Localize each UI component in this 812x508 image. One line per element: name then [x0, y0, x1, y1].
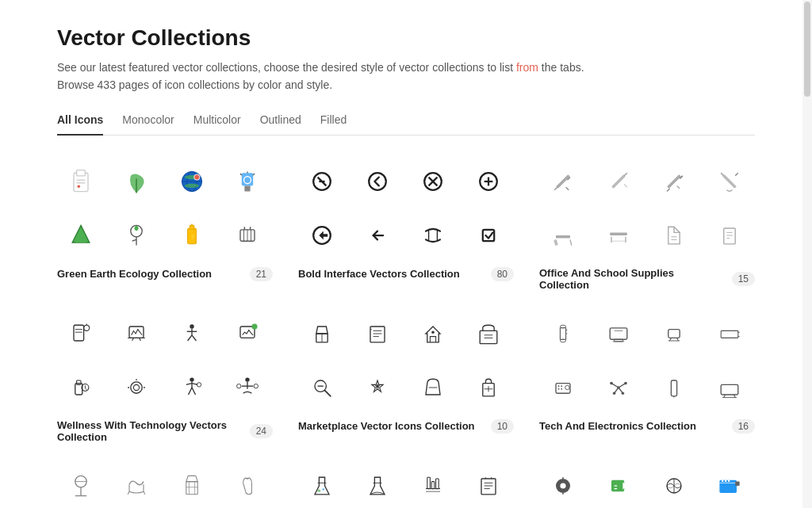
svg-point-153: [610, 382, 613, 385]
svg-rect-199: [436, 479, 439, 489]
svg-rect-145: [556, 383, 570, 393]
svg-rect-59: [722, 174, 737, 189]
icon-cell: [409, 158, 457, 205]
svg-rect-172: [186, 481, 197, 494]
collection-card-office[interactable]: Office And School Supplies Collection 15: [539, 158, 755, 291]
svg-rect-71: [724, 228, 735, 244]
svg-rect-92: [77, 380, 81, 384]
icon-grid-office: [539, 158, 755, 259]
svg-point-101: [190, 377, 193, 381]
icon-cell: ⚡: [168, 212, 216, 259]
icon-cell: [113, 364, 160, 411]
collection-card-summer[interactable]: Summer Vacation Collection: [57, 462, 273, 508]
collection-count: 10: [491, 419, 514, 434]
svg-point-130: [560, 339, 565, 342]
icon-cell: [168, 310, 216, 357]
icon-cell: [465, 462, 512, 508]
icon-cell: [706, 158, 753, 205]
icon-cell: [57, 310, 105, 357]
svg-point-146: [558, 385, 560, 387]
svg-point-154: [624, 382, 627, 385]
svg-rect-160: [671, 380, 676, 396]
tab-outlined[interactable]: Outlined: [260, 113, 301, 136]
tab-all-icons[interactable]: All Icons: [57, 113, 103, 136]
svg-line-61: [735, 173, 738, 176]
collection-card-ecology[interactable]: ⚡ Green Earth Ecology Collection: [57, 158, 273, 291]
svg-rect-1: [77, 170, 86, 175]
collection-card-interface[interactable]: Bold Interface Vectors Collection 80: [298, 158, 514, 291]
tab-monocolor[interactable]: Monocolor: [122, 113, 174, 136]
icon-cell: [539, 212, 587, 259]
icon-cell: [57, 462, 105, 508]
svg-point-194: [318, 489, 321, 492]
collections-grid: ⚡ Green Earth Ecology Collection: [57, 158, 755, 508]
svg-rect-65: [610, 232, 627, 235]
icon-cell: [706, 310, 753, 357]
icon-cell: [595, 310, 642, 357]
icon-cell: [298, 310, 346, 357]
svg-point-10: [185, 183, 199, 187]
icon-cell: [650, 364, 698, 411]
icon-cell: [224, 462, 271, 508]
tabs-bar: All Icons Monocolor Multicolor Outlined …: [57, 113, 755, 136]
svg-rect-162: [721, 384, 738, 395]
collection-name: Green Earth Ecology Collection: [57, 268, 250, 280]
tab-multicolor[interactable]: Multicolor: [193, 113, 241, 136]
svg-line-57: [677, 185, 680, 189]
icon-cell: [465, 158, 512, 205]
svg-point-90: [251, 323, 257, 329]
svg-point-4: [78, 185, 81, 188]
icon-cell: [57, 212, 105, 259]
svg-point-147: [558, 388, 560, 390]
svg-rect-119: [480, 330, 497, 343]
tab-filled[interactable]: Filled: [320, 113, 347, 136]
svg-rect-198: [431, 481, 435, 488]
collection-count: 21: [250, 267, 273, 281]
svg-line-104: [192, 388, 196, 395]
svg-point-110: [254, 384, 258, 388]
svg-point-37: [369, 173, 386, 190]
collection-footer: Marketplace Vector Icons Collection 10: [298, 419, 514, 434]
svg-line-95: [85, 388, 86, 390]
svg-point-97: [133, 384, 139, 390]
svg-rect-225: [611, 480, 624, 491]
collection-card-tech[interactable]: Tech And Electronics Collection 16: [539, 310, 755, 443]
icon-cell: [539, 364, 587, 411]
svg-rect-62: [556, 235, 570, 239]
svg-rect-47: [483, 230, 494, 241]
icon-cell: [168, 462, 216, 508]
svg-point-148: [561, 385, 562, 387]
page-subtitle: See our latest featured vector collectio…: [57, 59, 755, 94]
collection-card-marketplace[interactable]: Marketplace Vector Icons Collection 10: [298, 310, 514, 443]
svg-rect-202: [481, 479, 496, 495]
svg-rect-55: [667, 174, 681, 189]
svg-point-118: [431, 330, 435, 334]
icon-cell: [298, 212, 346, 259]
icon-cell: [409, 212, 457, 259]
svg-point-159: [617, 386, 620, 389]
icon-cell: [354, 212, 401, 259]
svg-rect-137: [668, 329, 680, 338]
svg-marker-226: [622, 482, 626, 489]
svg-point-109: [237, 384, 241, 388]
icon-grid-media: ■ ■ ■: [539, 462, 755, 508]
collection-count: 16: [732, 419, 755, 434]
icon-cell: [539, 462, 587, 508]
icon-cell: [539, 310, 587, 357]
icon-grid-marketplace: [298, 310, 514, 411]
collection-card-media[interactable]: ■ ■ ■: [539, 462, 755, 508]
svg-line-87: [188, 335, 192, 341]
collection-card-science[interactable]: Science And Research Collection: [298, 462, 514, 508]
svg-rect-234: [735, 481, 739, 485]
icon-cell: [595, 212, 642, 259]
icon-cell: [595, 462, 642, 508]
svg-rect-24: [190, 225, 193, 229]
icon-cell: [650, 462, 698, 508]
collection-card-wellness[interactable]: Wellness With Technology Vectors Collect…: [57, 310, 273, 443]
svg-rect-197: [427, 477, 431, 488]
page-title: Vector Collections: [57, 25, 755, 51]
icon-cell: [595, 364, 642, 411]
collection-footer: Tech And Electronics Collection 16: [539, 419, 755, 434]
svg-point-150: [565, 385, 569, 389]
icon-cell: [224, 158, 271, 205]
